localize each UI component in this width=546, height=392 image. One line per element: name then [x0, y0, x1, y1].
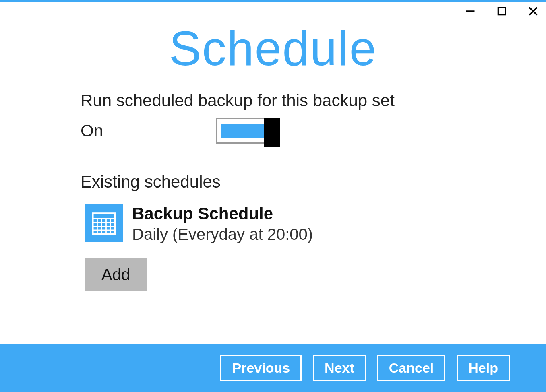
- schedule-section: Run scheduled backup for this backup set…: [81, 91, 490, 291]
- toggle-state-label: On: [81, 121, 103, 140]
- minimize-icon: [465, 6, 476, 17]
- run-scheduled-label: Run scheduled backup for this backup set: [81, 91, 490, 110]
- existing-schedules-label: Existing schedules: [81, 172, 490, 192]
- maximize-button[interactable]: [496, 6, 507, 17]
- window: Schedule Run scheduled backup for this b…: [0, 0, 546, 392]
- schedule-item-text: Backup Schedule Daily (Everyday at 20:00…: [132, 204, 313, 245]
- schedule-item[interactable]: Backup Schedule Daily (Everyday at 20:00…: [85, 204, 490, 245]
- page-title: Schedule: [24, 22, 522, 75]
- footer-bar: Previous Next Cancel Help: [0, 344, 546, 392]
- calendar-icon: [85, 204, 123, 242]
- close-button[interactable]: [527, 6, 539, 17]
- toggle-handle: [264, 118, 280, 147]
- svg-rect-1: [498, 8, 505, 14]
- close-icon: [527, 6, 539, 17]
- previous-button[interactable]: Previous: [220, 355, 302, 381]
- minimize-button[interactable]: [465, 6, 476, 17]
- next-button[interactable]: Next: [313, 355, 366, 381]
- titlebar: [0, 2, 546, 18]
- schedule-item-description: Daily (Everyday at 20:00): [132, 224, 313, 245]
- content-area: Schedule Run scheduled backup for this b…: [0, 18, 546, 344]
- svg-rect-4: [93, 213, 115, 234]
- help-button[interactable]: Help: [457, 355, 510, 381]
- schedule-item-name: Backup Schedule: [132, 204, 313, 224]
- maximize-icon: [496, 6, 507, 17]
- cancel-button[interactable]: Cancel: [377, 355, 446, 381]
- add-button[interactable]: Add: [85, 258, 147, 291]
- toggle-row: On: [81, 118, 490, 144]
- schedule-toggle[interactable]: [216, 118, 280, 144]
- toggle-fill: [221, 124, 266, 138]
